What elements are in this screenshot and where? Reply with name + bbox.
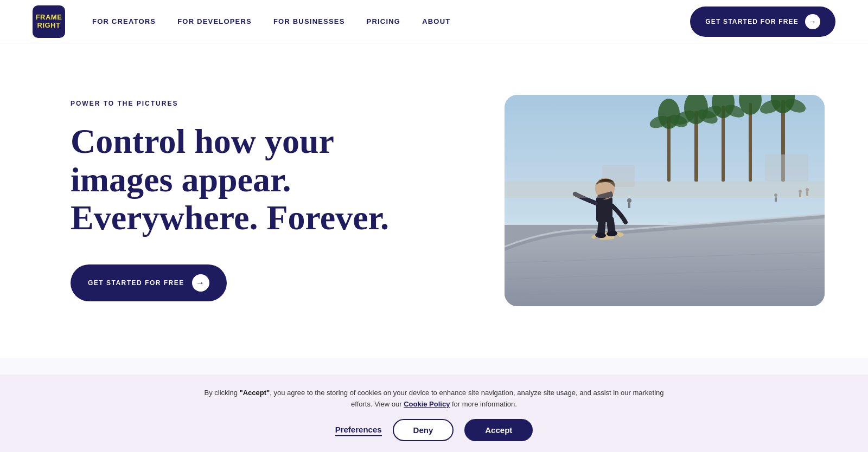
svg-rect-21 [765,154,808,182]
nav-item-businesses[interactable]: FOR BUSINESSES [273,17,345,25]
cookie-buttons: Preferences Deny Accept [335,419,533,441]
header-cta-label: GET STARTED FOR FREE [705,18,799,25]
svg-point-36 [627,198,631,203]
svg-rect-44 [505,182,825,198]
deny-button[interactable]: Deny [393,419,454,441]
hero-section: POWER TO THE PICTURES Control how your i… [0,43,868,358]
hero-cta-label: GET STARTED FOR FREE [88,279,184,287]
arrow-icon: → [805,14,820,29]
nav-item-developers[interactable]: FOR DEVELOPERS [177,17,252,25]
header-left: FRAMERIGHT FOR CREATORS FOR DEVELOPERS F… [33,5,450,38]
nav-item-creators[interactable]: FOR CREATORS [92,17,156,25]
cookie-bold-accept: "Accept" [240,389,270,397]
logo[interactable]: FRAMERIGHT [33,5,65,38]
hero-text-block: POWER TO THE PICTURES Control how your i… [71,100,396,301]
svg-rect-33 [596,196,612,222]
arrow-icon: → [192,274,209,292]
nav-item-pricing[interactable]: PRICING [367,17,401,25]
hero-cta-button[interactable]: GET STARTED FOR FREE → [71,264,227,301]
site-header: FRAMERIGHT FOR CREATORS FOR DEVELOPERS F… [0,0,868,43]
hero-headline: Control how your images appear. Everywhe… [71,122,396,237]
cookie-text: By clicking "Accept", you agree to the s… [201,388,667,410]
svg-rect-37 [628,203,630,208]
logo-text: FRAMERIGHT [36,14,62,30]
main-nav: FOR CREATORS FOR DEVELOPERS FOR BUSINESS… [92,17,450,25]
accept-button[interactable]: Accept [464,419,533,441]
hero-image-svg [505,95,825,306]
svg-point-28 [614,235,620,241]
cookie-banner: By clicking "Accept", you agree to the s… [0,374,868,452]
nav-item-about[interactable]: ABOUT [422,17,450,25]
header-cta-button[interactable]: GET STARTED FOR FREE → [690,7,835,37]
preferences-button[interactable]: Preferences [335,424,382,436]
hero-eyebrow: POWER TO THE PICTURES [71,100,396,107]
cookie-policy-link[interactable]: Cookie Policy [404,400,450,408]
hero-image [505,95,825,306]
